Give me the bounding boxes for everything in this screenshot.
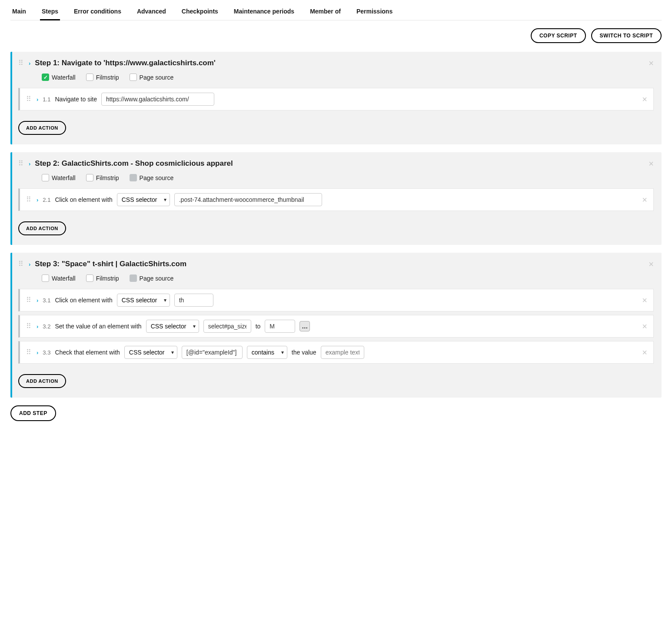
to-label: to [256,323,261,330]
drag-handle-icon[interactable] [18,160,24,167]
filmstrip-label: Filmstrip [96,174,119,181]
selector-type-select[interactable]: CSS selector [146,320,199,333]
tab-main[interactable]: Main [10,5,28,20]
checkbox-checked-icon [42,74,49,81]
pagesource-label: Page source [140,74,174,81]
tab-member-of[interactable]: Member of [308,5,343,20]
filmstrip-checkbox[interactable]: Filmstrip [86,174,119,181]
close-icon[interactable]: × [642,95,647,104]
selector-type-select[interactable]: CSS selector [117,294,170,307]
chevron-right-icon[interactable]: › [37,197,38,203]
tab-checkpoints[interactable]: Checkpoints [180,5,220,20]
waterfall-label: Waterfall [52,74,76,81]
expected-value-input[interactable] [321,346,364,359]
pagesource-checkbox[interactable]: Page source [130,74,174,81]
close-icon[interactable]: × [649,59,654,67]
step-title: Step 3: "Space" t-shirt | GalacticShirts… [35,260,644,268]
add-action-button[interactable]: ADD ACTION [18,221,66,235]
chevron-right-icon[interactable]: › [37,323,38,330]
close-icon[interactable]: × [642,322,647,331]
close-icon[interactable]: × [649,159,654,168]
step-title: Step 2: GalacticShirts.com - Shop cosmic… [35,159,644,168]
filmstrip-checkbox[interactable]: Filmstrip [86,274,119,282]
drag-handle-icon[interactable] [26,323,32,330]
selector-value-input[interactable] [174,193,322,206]
the-value-label: the value [292,349,316,356]
navigate-url-input[interactable] [101,93,214,106]
action-number: 3.2 [43,323,50,330]
chevron-right-icon[interactable]: › [37,297,38,304]
copy-script-button[interactable]: COPY SCRIPT [531,28,586,43]
action-row-3-2: › 3.2 Set the value of an element with C… [18,315,654,338]
switch-to-script-button[interactable]: SWITCH TO SCRIPT [591,28,662,43]
pagesource-label: Page source [140,174,174,181]
step-title: Step 1: Navigate to 'https://www.galacti… [35,59,644,67]
step-card-1: › Step 1: Navigate to 'https://www.galac… [10,52,662,144]
checkbox-unchecked-icon [86,74,93,81]
chevron-right-icon[interactable]: › [29,60,30,67]
condition-select[interactable]: contains [247,346,287,359]
action-row-3-1: › 3.1 Click on element with CSS selector… [18,289,654,311]
checkbox-disabled-icon [130,274,137,282]
action-row-2-1: › 2.1 Click on element with CSS selector… [18,188,654,211]
action-number: 3.1 [43,297,50,304]
chevron-right-icon[interactable]: › [37,96,38,103]
drag-handle-icon[interactable] [26,297,32,304]
waterfall-label: Waterfall [52,174,76,181]
pagesource-checkbox[interactable]: Page source [130,174,174,181]
drag-handle-icon[interactable] [26,349,32,356]
chevron-right-icon[interactable]: › [29,161,30,167]
pagesource-label: Page source [140,275,174,282]
selector-type-select[interactable]: CSS selector [124,346,177,359]
selector-value-input[interactable] [174,294,213,307]
action-row-1-1: › 1.1 Navigate to site × [18,88,654,110]
add-action-button[interactable]: ADD ACTION [18,121,66,135]
tab-maintenance[interactable]: Maintenance periods [232,5,296,20]
action-text: Navigate to site [55,96,97,103]
waterfall-label: Waterfall [52,275,76,282]
checkbox-unchecked-icon [130,74,137,81]
action-text: Check that element with [55,349,120,356]
filmstrip-checkbox[interactable]: Filmstrip [86,74,119,81]
chevron-right-icon[interactable]: › [29,261,30,268]
selector-type-select[interactable]: CSS selector [117,193,170,206]
action-number: 1.1 [43,96,50,103]
close-icon[interactable]: × [642,195,647,204]
checkbox-disabled-icon [130,174,137,181]
step-card-3: › Step 3: "Space" t-shirt | GalacticShir… [10,253,662,398]
drag-handle-icon[interactable] [18,60,24,67]
tab-permissions[interactable]: Permissions [355,5,394,20]
ellipsis-icon[interactable]: … [299,321,310,331]
set-value-input[interactable] [265,320,295,333]
drag-handle-icon[interactable] [26,196,32,203]
action-text: Click on element with [55,297,112,304]
chevron-right-icon[interactable]: › [37,349,38,356]
add-step-button[interactable]: ADD STEP [10,405,56,421]
step-card-2: › Step 2: GalacticShirts.com - Shop cosm… [10,152,662,245]
top-actions: COPY SCRIPT SWITCH TO SCRIPT [10,28,662,43]
close-icon[interactable]: × [649,260,654,268]
close-icon[interactable]: × [642,348,647,357]
tab-error-conditions[interactable]: Error conditions [72,5,123,20]
drag-handle-icon[interactable] [18,261,24,268]
waterfall-checkbox[interactable]: Waterfall [42,174,76,181]
tabs-bar: Main Steps Error conditions Advanced Che… [10,0,662,20]
action-row-3-3: › 3.3 Check that element with CSS select… [18,341,654,364]
action-number: 3.3 [43,349,50,356]
drag-handle-icon[interactable] [26,96,32,103]
add-action-button[interactable]: ADD ACTION [18,374,66,388]
pagesource-checkbox[interactable]: Page source [130,274,174,282]
tab-advanced[interactable]: Advanced [135,5,168,20]
tab-steps[interactable]: Steps [40,5,60,20]
close-icon[interactable]: × [642,296,647,304]
action-number: 2.1 [43,197,50,203]
selector-value-input[interactable] [203,320,251,333]
waterfall-checkbox[interactable]: Waterfall [42,274,76,282]
checkbox-unchecked-icon [42,274,49,282]
filmstrip-label: Filmstrip [96,275,119,282]
waterfall-checkbox[interactable]: Waterfall [42,74,76,81]
action-text: Set the value of an element with [55,323,141,330]
action-text: Click on element with [55,196,112,203]
checkbox-unchecked-icon [86,174,93,181]
selector-value-input[interactable] [182,346,243,359]
